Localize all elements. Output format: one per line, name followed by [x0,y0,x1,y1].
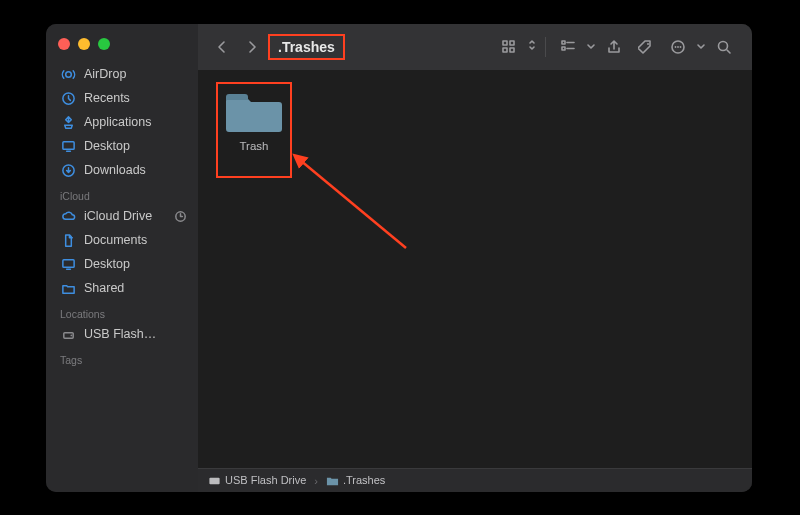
sidebar-item-label: AirDrop [84,67,188,81]
sidebar-item-label: USB Flash… [84,327,188,341]
svg-point-18 [680,46,682,48]
svg-rect-2 [62,141,73,149]
forward-button[interactable] [238,33,266,61]
annotation-arrow [288,150,418,260]
sidebar-item-label: Recents [84,91,188,105]
path-segment-label: .Trashes [343,474,385,486]
folder-item-label: Trash [240,140,269,152]
path-bar: USB Flash Drive › .Trashes [198,468,752,492]
svg-rect-12 [562,41,565,44]
sidebar-section-icloud: iCloud [46,182,198,204]
view-icons-button[interactable] [495,33,523,61]
zoom-window-button[interactable] [98,38,110,50]
desktop-icon [60,138,76,154]
sidebar-item-downloads[interactable]: Downloads [46,158,198,182]
sidebar-item-label: Applications [84,115,188,129]
toolbar: .Trashes [198,24,752,70]
window-controls [46,32,198,62]
group-by-button[interactable] [554,33,582,61]
doc-icon [60,232,76,248]
folder-icon [226,88,282,134]
finder-window: AirDrop Recents Applications Desktop Dow… [46,24,752,492]
sidebar-section-locations: Locations [46,300,198,322]
search-button[interactable] [710,33,738,61]
sidebar-item-label: Shared [84,281,188,295]
chevron-down-icon [696,38,706,56]
icon-view[interactable]: Trash [198,70,752,468]
svg-point-0 [65,71,71,77]
main-pane: .Trashes [198,24,752,492]
sidebar-item-desktop[interactable]: Desktop [46,134,198,158]
sidebar-item-recents[interactable]: Recents [46,86,198,110]
svg-point-7 [70,334,72,336]
sidebar-item-applications[interactable]: Applications [46,110,198,134]
chevron-down-icon [586,38,596,56]
svg-line-20 [300,160,406,248]
svg-point-19 [719,42,728,51]
folder-icon [326,474,339,487]
sidebar-item-label: iCloud Drive [84,209,165,223]
path-segment-trashes[interactable]: .Trashes [326,474,385,488]
svg-rect-9 [510,41,514,45]
sidebar-item-usb-flash[interactable]: USB Flash… [46,322,198,346]
svg-rect-5 [62,259,73,267]
sidebar: AirDrop Recents Applications Desktop Dow… [46,24,198,492]
downloads-icon [60,162,76,178]
svg-rect-10 [503,48,507,52]
back-button[interactable] [208,33,236,61]
path-segment-usb[interactable]: USB Flash Drive [208,474,306,488]
cloud-icon [60,208,76,224]
tags-button[interactable] [632,33,660,61]
sidebar-item-label: Downloads [84,163,188,177]
drive-icon [60,326,76,342]
svg-point-17 [677,46,679,48]
drive-icon [208,474,221,487]
svg-rect-11 [510,48,514,52]
sidebar-item-airdrop[interactable]: AirDrop [46,62,198,86]
svg-point-14 [647,43,649,45]
clock-icon [60,90,76,106]
sidebar-item-label: Documents [84,233,188,247]
apps-icon [60,114,76,130]
chevron-right-icon: › [314,475,318,487]
share-button[interactable] [600,33,628,61]
sidebar-item-shared[interactable]: Shared [46,276,198,300]
sidebar-item-documents[interactable]: Documents [46,228,198,252]
airdrop-icon [60,66,76,82]
svg-rect-21 [209,478,219,485]
sidebar-item-label: Desktop [84,139,188,153]
sidebar-item-desktop-icloud[interactable]: Desktop [46,252,198,276]
svg-rect-13 [562,47,565,50]
folder-item-trash[interactable]: Trash [214,88,294,152]
minimize-window-button[interactable] [78,38,90,50]
chevron-updown-icon [527,38,537,56]
svg-rect-8 [503,41,507,45]
sidebar-item-icloud-drive[interactable]: iCloud Drive [46,204,198,228]
sync-icon [173,209,188,224]
desktop-icon [60,256,76,272]
window-title: .Trashes [272,37,341,57]
shared-folder-icon [60,280,76,296]
svg-point-16 [675,46,677,48]
actions-button[interactable] [664,33,692,61]
path-segment-label: USB Flash Drive [225,474,306,486]
sidebar-item-label: Desktop [84,257,188,271]
close-window-button[interactable] [58,38,70,50]
sidebar-section-tags: Tags [46,346,198,368]
